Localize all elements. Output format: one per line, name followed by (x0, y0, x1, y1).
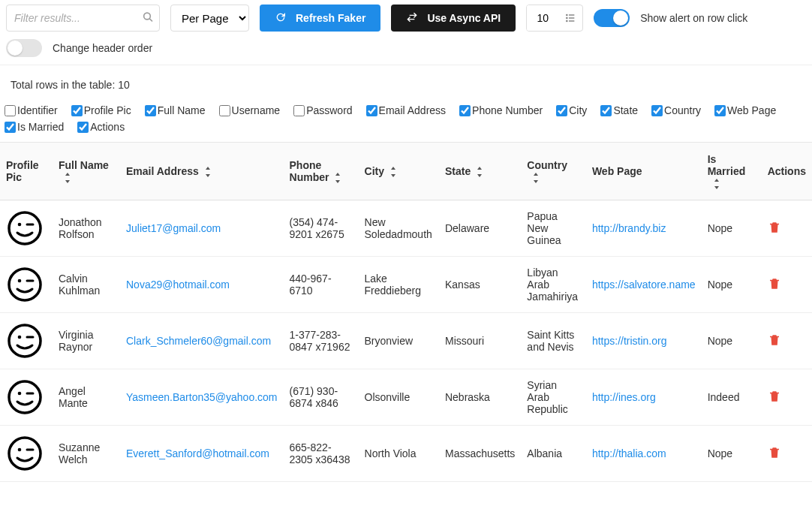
cell-country: Syrian Arab Republic (521, 369, 586, 426)
column-toggle-checkbox[interactable] (600, 105, 612, 116)
cell-email-link[interactable]: Everett_Sanford@hotmail.com (126, 447, 269, 459)
delete-button[interactable] (768, 333, 781, 349)
column-toggle-checkbox[interactable] (714, 105, 726, 116)
table-row[interactable]: Angel ManteYasmeen.Barton35@yahoo.com(67… (0, 369, 812, 426)
cell-webpage-link[interactable]: http://thalia.com (592, 447, 666, 459)
list-icon (558, 12, 582, 24)
th-phone[interactable]: Phone Number (284, 143, 359, 200)
svg-point-18 (18, 392, 22, 396)
column-toggle[interactable]: Web Page (714, 104, 776, 116)
svg-point-20 (9, 438, 41, 469)
column-toggle[interactable]: Country (651, 104, 701, 116)
svg-point-7 (567, 20, 567, 21)
cell-full-name: Suzanne Welch (53, 426, 120, 482)
refresh-faker-button[interactable]: Refresh Faker (260, 5, 380, 32)
column-toggle[interactable]: State (600, 104, 638, 116)
data-table: Profile Pic Full Name Email Address Phon… (0, 143, 812, 482)
cell-webpage-link[interactable]: https://tristin.org (592, 335, 667, 347)
sort-icon (531, 173, 540, 183)
cell-state: Delaware (439, 200, 521, 257)
filter-input[interactable] (6, 5, 160, 32)
cell-is-married: Nope (702, 426, 762, 482)
async-label: Use Async API (427, 12, 501, 24)
table-row[interactable]: Virginia RaynorClark_Schmeler60@gmail.co… (0, 313, 812, 369)
cell-phone: (354) 474-9201 x2675 (284, 200, 359, 257)
total-rows-text: Total rows in the table: 10 (0, 65, 812, 94)
sort-icon (712, 179, 721, 189)
table-row[interactable]: Suzanne WelchEverett_Sanford@hotmail.com… (0, 426, 812, 482)
row-count-input[interactable] (527, 5, 558, 31)
show-alert-toggle[interactable] (594, 9, 630, 27)
column-toggle-checkbox[interactable] (459, 105, 471, 116)
cell-webpage-link[interactable]: https://salvatore.name (592, 279, 696, 291)
filter-wrap (6, 5, 160, 32)
show-alert-label: Show alert on row click (640, 12, 747, 24)
column-toggle-checkbox[interactable] (71, 105, 83, 116)
cell-state: Kansas (439, 257, 521, 313)
cell-city: Lake Freddieberg (359, 257, 439, 313)
delete-button[interactable] (768, 446, 781, 462)
th-web-page[interactable]: Web Page (586, 143, 702, 200)
sort-icon (389, 167, 398, 177)
column-toggle[interactable]: Actions (77, 121, 125, 133)
column-toggle-checkbox[interactable] (293, 105, 305, 116)
sort-icon (333, 173, 342, 183)
column-toggle-checkbox[interactable] (366, 105, 377, 116)
column-toggle[interactable]: Full Name (145, 104, 206, 116)
column-toggle-checkbox[interactable] (556, 105, 567, 116)
th-actions[interactable]: Actions (762, 143, 812, 200)
column-toggle-checkbox[interactable] (651, 105, 663, 116)
avatar (6, 378, 44, 416)
column-toggle-label: Web Page (727, 104, 776, 116)
column-toggle[interactable]: Username (219, 104, 281, 116)
cell-email-link[interactable]: Nova29@hotmail.com (126, 279, 230, 291)
cell-webpage-link[interactable]: http://ines.org (592, 391, 656, 403)
change-header-toggle[interactable] (6, 39, 42, 57)
th-is-married[interactable]: Is Married (702, 143, 762, 200)
th-country[interactable]: Country (521, 143, 586, 200)
svg-point-8 (9, 212, 41, 244)
avatar (6, 322, 44, 360)
cell-state: Massachusetts (439, 426, 521, 482)
column-toggle[interactable]: Profile Pic (71, 104, 131, 116)
cell-phone: 440-967-6710 (284, 257, 359, 313)
use-async-button[interactable]: Use Async API (391, 5, 516, 32)
cell-country: Albania (521, 426, 586, 482)
per-page-select[interactable]: Per Page (170, 5, 249, 32)
table-row[interactable]: Jonathon RolfsonJuliet17@gmail.com(354) … (0, 200, 812, 257)
trash-icon (768, 390, 781, 405)
column-toggle-label: Country (664, 104, 701, 116)
column-toggle[interactable]: Password (293, 104, 352, 116)
th-state[interactable]: State (439, 143, 521, 200)
th-profile-pic[interactable]: Profile Pic (0, 143, 53, 200)
column-toggle-checkbox[interactable] (77, 122, 89, 133)
change-header-label: Change header order (53, 42, 152, 54)
cell-city: North Viola (359, 426, 439, 482)
column-toggle-checkbox[interactable] (5, 105, 16, 116)
cell-state: Missouri (439, 313, 521, 369)
cell-email-link[interactable]: Yasmeen.Barton35@yahoo.com (126, 391, 278, 403)
cell-email-link[interactable]: Juliet17@gmail.com (126, 222, 221, 234)
column-toggle-label: Email Address (379, 104, 446, 116)
delete-button[interactable] (768, 221, 781, 236)
column-toggle[interactable]: Is Married (5, 121, 64, 133)
cell-webpage-link[interactable]: http://brandy.biz (592, 222, 666, 234)
column-toggle-checkbox[interactable] (5, 122, 16, 133)
cell-email-link[interactable]: Clark_Schmeler60@gmail.com (126, 335, 271, 347)
column-toggle-label: Username (232, 104, 281, 116)
cell-city: Olsonville (359, 369, 439, 426)
column-toggle-checkbox[interactable] (219, 105, 230, 116)
column-toggle-label: State (613, 104, 638, 116)
column-toggle[interactable]: City (556, 104, 587, 116)
th-city[interactable]: City (359, 143, 439, 200)
column-toggle[interactable]: Phone Number (459, 104, 543, 116)
column-toggle[interactable]: Identifier (5, 104, 58, 116)
table-row[interactable]: Calvin KuhlmanNova29@hotmail.com440-967-… (0, 257, 812, 313)
column-toggle[interactable]: Email Address (366, 104, 446, 116)
avatar (6, 266, 44, 303)
delete-button[interactable] (768, 390, 781, 405)
th-full-name[interactable]: Full Name (53, 143, 120, 200)
delete-button[interactable] (768, 277, 781, 293)
column-toggle-checkbox[interactable] (145, 105, 156, 116)
th-email[interactable]: Email Address (120, 143, 284, 200)
